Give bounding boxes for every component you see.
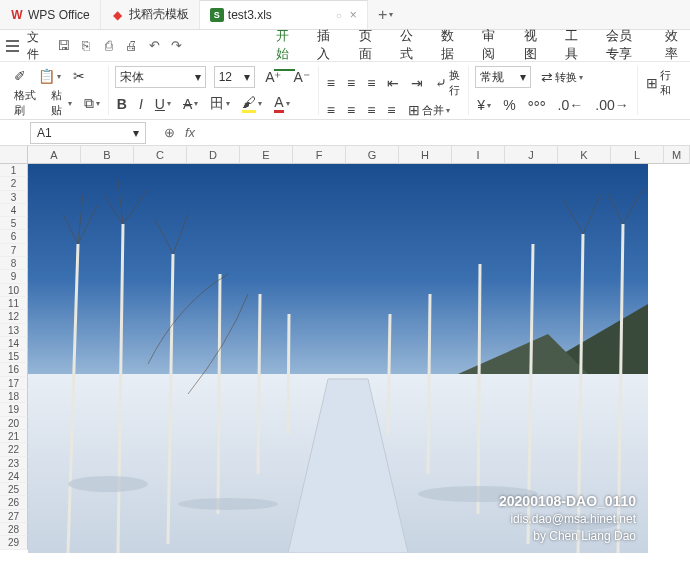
- merge-button[interactable]: ⊞合并▾: [406, 100, 452, 120]
- cut-button[interactable]: ✐: [12, 66, 28, 86]
- format-painter-button[interactable]: 格式刷: [12, 86, 41, 120]
- tab-formula[interactable]: 公式: [398, 21, 419, 71]
- print-icon[interactable]: ⎙: [102, 38, 117, 54]
- row-header[interactable]: 9: [0, 270, 28, 283]
- redo-icon[interactable]: ↷: [169, 38, 184, 54]
- font-color-button[interactable]: A▾: [272, 92, 291, 115]
- decrease-font-button[interactable]: A⁻: [292, 67, 312, 87]
- decimal-dec-button[interactable]: .0←: [556, 95, 586, 115]
- row-header[interactable]: 29: [0, 536, 28, 549]
- underline-button[interactable]: U▾: [153, 94, 173, 114]
- tab-insert[interactable]: 插入: [315, 21, 336, 71]
- row-header[interactable]: 14: [0, 337, 28, 350]
- col-header[interactable]: B: [81, 146, 134, 164]
- col-header[interactable]: A: [28, 146, 81, 164]
- search-icon[interactable]: ⊕: [164, 125, 175, 140]
- col-header[interactable]: H: [399, 146, 452, 164]
- strikethrough-button[interactable]: A▾: [181, 94, 200, 114]
- print-preview-icon[interactable]: 🖨: [124, 38, 139, 54]
- row-header[interactable]: 16: [0, 363, 28, 376]
- tab-start[interactable]: 开始: [274, 21, 295, 71]
- export-icon[interactable]: ⎘: [79, 38, 94, 54]
- undo-icon[interactable]: ↶: [147, 38, 162, 54]
- tab-page[interactable]: 页面: [357, 21, 378, 71]
- align-left-button[interactable]: ≡: [325, 100, 337, 120]
- row-header[interactable]: 3: [0, 191, 28, 204]
- formula-input[interactable]: [203, 122, 690, 144]
- app-tab[interactable]: W WPS Office: [0, 0, 101, 29]
- row-header[interactable]: 12: [0, 310, 28, 323]
- col-header[interactable]: E: [240, 146, 293, 164]
- row-header[interactable]: 22: [0, 443, 28, 456]
- copy-dropdown[interactable]: ⧉▾: [82, 93, 102, 114]
- row-header[interactable]: 8: [0, 257, 28, 270]
- increase-font-button[interactable]: A⁺: [263, 67, 283, 87]
- tab-member[interactable]: 会员专享: [604, 21, 643, 71]
- scissors-button[interactable]: ✂: [71, 66, 87, 86]
- col-header[interactable]: D: [187, 146, 240, 164]
- row-header[interactable]: 11: [0, 297, 28, 310]
- percent-button[interactable]: %: [501, 95, 517, 115]
- row-header[interactable]: 27: [0, 510, 28, 523]
- embedded-image[interactable]: 20200108-DAO_0110 idis.dao@msa.hinet.net…: [28, 164, 648, 553]
- paste-button[interactable]: 粘贴▾: [49, 86, 74, 120]
- italic-button[interactable]: I: [137, 94, 145, 114]
- fx-icon[interactable]: fx: [185, 125, 195, 140]
- currency-button[interactable]: ¥▾: [475, 95, 493, 115]
- row-header[interactable]: 26: [0, 496, 28, 509]
- number-format-select[interactable]: 常规▾: [475, 66, 531, 88]
- row-header[interactable]: 25: [0, 483, 28, 496]
- row-header[interactable]: 15: [0, 350, 28, 363]
- wrap-button[interactable]: ⤶换行: [433, 66, 462, 100]
- row-col-button[interactable]: ⊞行和: [644, 66, 678, 100]
- bold-button[interactable]: B: [115, 94, 129, 114]
- indent-inc-button[interactable]: ⇥: [409, 73, 425, 93]
- col-header[interactable]: J: [505, 146, 558, 164]
- align-top-button[interactable]: ≡: [325, 73, 337, 93]
- file-menu[interactable]: 文件: [27, 29, 49, 63]
- col-header[interactable]: G: [346, 146, 399, 164]
- tab-review[interactable]: 审阅: [480, 21, 501, 71]
- fill-color-button[interactable]: 🖌▾: [240, 92, 264, 115]
- template-tab[interactable]: ◆ 找稻壳模板: [101, 0, 200, 29]
- row-header[interactable]: 1: [0, 164, 28, 177]
- row-header[interactable]: 10: [0, 284, 28, 297]
- align-bottom-button[interactable]: ≡: [365, 73, 377, 93]
- row-header[interactable]: 6: [0, 230, 28, 243]
- row-header[interactable]: 4: [0, 204, 28, 217]
- col-header[interactable]: F: [293, 146, 346, 164]
- row-header[interactable]: 18: [0, 390, 28, 403]
- tab-tools[interactable]: 工具: [563, 21, 584, 71]
- font-name-select[interactable]: 宋体▾: [115, 66, 206, 88]
- align-middle-button[interactable]: ≡: [345, 73, 357, 93]
- row-header[interactable]: 5: [0, 217, 28, 230]
- hamburger-icon[interactable]: [6, 40, 19, 52]
- col-header[interactable]: L: [611, 146, 664, 164]
- row-header[interactable]: 23: [0, 457, 28, 470]
- name-box[interactable]: A1 ▾: [30, 122, 146, 144]
- row-header[interactable]: 20: [0, 417, 28, 430]
- thousands-button[interactable]: ᵒᵒᵒ: [526, 95, 548, 115]
- border-button[interactable]: 田▾: [208, 93, 232, 115]
- row-header[interactable]: 7: [0, 244, 28, 257]
- decimal-inc-button[interactable]: .00→: [593, 95, 630, 115]
- row-header[interactable]: 2: [0, 177, 28, 190]
- pin-icon[interactable]: ○: [336, 10, 342, 21]
- align-justify-button[interactable]: ≡: [385, 100, 397, 120]
- row-header[interactable]: 17: [0, 377, 28, 390]
- row-header[interactable]: 24: [0, 470, 28, 483]
- indent-dec-button[interactable]: ⇤: [385, 73, 401, 93]
- tab-data[interactable]: 数据: [439, 21, 460, 71]
- tab-efficiency[interactable]: 效率: [663, 21, 684, 71]
- align-center-button[interactable]: ≡: [345, 100, 357, 120]
- font-size-select[interactable]: 12▾: [214, 66, 256, 88]
- col-header[interactable]: C: [134, 146, 187, 164]
- select-all-corner[interactable]: [0, 146, 28, 164]
- row-header[interactable]: 21: [0, 430, 28, 443]
- row-header[interactable]: 19: [0, 403, 28, 416]
- convert-button[interactable]: ⇄转换▾: [539, 67, 585, 87]
- col-header[interactable]: M: [664, 146, 690, 164]
- col-header[interactable]: K: [558, 146, 611, 164]
- save-icon[interactable]: 🖫: [57, 38, 72, 54]
- row-header[interactable]: 28: [0, 523, 28, 536]
